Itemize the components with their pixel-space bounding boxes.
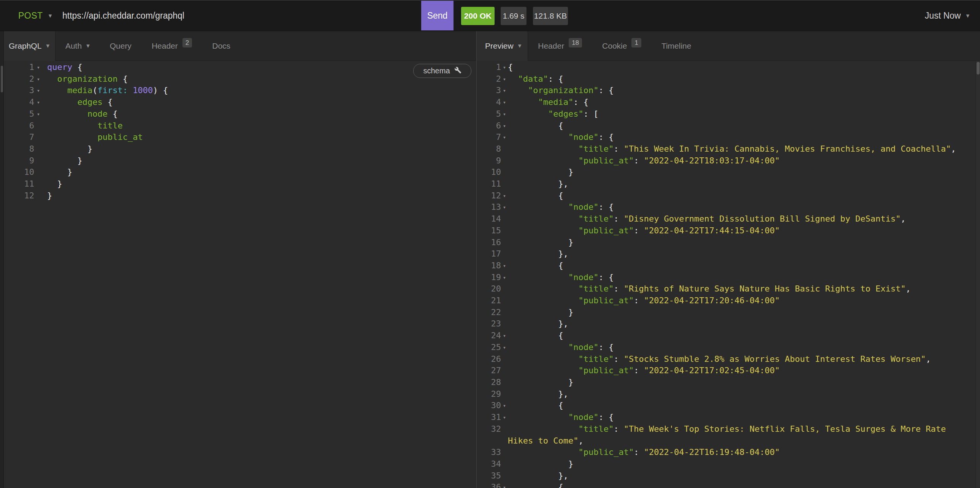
line-number: 26 xyxy=(477,353,501,365)
tab-body-type-graphql[interactable]: GraphQL ▾ xyxy=(4,31,56,60)
code-text[interactable]: }, xyxy=(508,248,980,260)
tab-docs[interactable]: Docs xyxy=(202,31,241,60)
scrollbar-track[interactable] xyxy=(975,61,980,488)
fold-arrow-icon[interactable]: ▾ xyxy=(34,62,43,73)
code-text[interactable]: } xyxy=(508,307,980,318)
tab-cookie[interactable]: Cookie 1 xyxy=(592,31,652,60)
history-dropdown[interactable]: Just Now ▾ xyxy=(925,0,969,31)
tab-preview[interactable]: Preview ▾ xyxy=(477,31,528,60)
line-number: 8 xyxy=(4,143,34,155)
code-text[interactable]: "node": { xyxy=(508,342,980,353)
code-line: 11 }, xyxy=(477,178,980,190)
code-text[interactable]: "title": "Rights of Nature Says Nature H… xyxy=(508,283,980,295)
fold-arrow-icon[interactable]: ▾ xyxy=(501,108,508,120)
code-text[interactable]: } xyxy=(43,155,83,167)
fold-arrow-icon[interactable]: ▾ xyxy=(34,108,43,120)
fold-arrow-icon[interactable]: ▾ xyxy=(501,412,508,423)
fold-arrow-icon[interactable]: ▾ xyxy=(34,73,43,85)
code-text[interactable]: { xyxy=(508,260,980,272)
code-text[interactable]: { xyxy=(508,62,980,73)
fold-arrow-icon[interactable]: ▾ xyxy=(34,97,43,108)
fold-arrow-icon[interactable]: ▾ xyxy=(501,97,508,108)
code-text[interactable]: { xyxy=(508,400,980,412)
fold-arrow-icon[interactable]: ▾ xyxy=(501,482,508,488)
pane-divider[interactable] xyxy=(476,31,477,488)
code-text[interactable]: { xyxy=(508,120,980,132)
response-preview-editor[interactable]: 1▾{2▾ "data": {3▾ "organization": {4▾ "m… xyxy=(477,61,980,488)
code-text[interactable]: } xyxy=(43,167,72,178)
code-text[interactable]: }, xyxy=(508,470,980,482)
code-text[interactable]: "public_at": "2022-04-22T17:02:45-04:00" xyxy=(508,365,980,377)
code-text[interactable]: organization { xyxy=(43,73,128,85)
method-dropdown[interactable]: POST ▾ xyxy=(18,0,52,31)
code-text[interactable]: "title": "Disney Government Dissolution … xyxy=(508,213,980,225)
fold-arrow-icon[interactable]: ▾ xyxy=(501,260,508,272)
fold-arrow-icon[interactable]: ▾ xyxy=(501,330,508,342)
code-text[interactable]: { xyxy=(508,482,980,488)
code-text[interactable]: "media": { xyxy=(508,97,980,108)
send-button[interactable]: Send xyxy=(421,1,453,30)
fold-arrow-icon[interactable]: ▾ xyxy=(501,400,508,412)
code-text[interactable]: } xyxy=(508,377,980,388)
fold-arrow-icon[interactable]: ▾ xyxy=(501,62,508,73)
tab-auth[interactable]: Auth ▾ xyxy=(56,31,100,60)
code-text[interactable]: } xyxy=(508,237,980,248)
code-text[interactable]: public_at xyxy=(43,132,143,143)
graphql-query-editor[interactable]: 1▾query {2▾ organization {3▾ media(first… xyxy=(4,61,476,488)
code-text[interactable]: title xyxy=(43,120,123,132)
code-text[interactable]: "title": "The Week's Top Stories: Netfli… xyxy=(508,423,980,447)
tab-timeline[interactable]: Timeline xyxy=(652,31,702,60)
fold-arrow-icon[interactable]: ▾ xyxy=(501,132,508,143)
code-text[interactable]: query { xyxy=(43,62,83,73)
code-text[interactable]: media(first: 1000) { xyxy=(43,85,168,97)
code-text[interactable]: node { xyxy=(43,108,118,120)
tab-header-response[interactable]: Header 18 xyxy=(528,31,592,60)
code-text[interactable]: { xyxy=(508,190,980,202)
code-text[interactable]: "node": { xyxy=(508,412,980,423)
fold-arrow-icon[interactable]: ▾ xyxy=(501,85,508,97)
code-text[interactable]: } xyxy=(43,143,92,155)
url-input[interactable]: https://api.cheddar.com/graphql xyxy=(62,0,185,31)
fold-arrow-icon[interactable]: ▾ xyxy=(34,85,43,97)
code-text[interactable]: "public_at": "2022-04-22T16:19:48-04:00" xyxy=(508,447,980,458)
tab-label: Auth xyxy=(65,41,82,51)
code-text[interactable]: } xyxy=(43,178,62,190)
fold-arrow-icon[interactable]: ▾ xyxy=(501,73,508,85)
code-text[interactable]: "edges": [ xyxy=(508,108,980,120)
tab-header-request[interactable]: Header 2 xyxy=(142,31,202,60)
code-text[interactable]: { xyxy=(508,330,980,342)
line-number: 17 xyxy=(477,248,501,260)
code-text[interactable]: }, xyxy=(508,388,980,400)
code-text[interactable]: } xyxy=(43,190,52,202)
code-text[interactable]: "public_at": "2022-04-22T18:03:17-04:00" xyxy=(508,155,980,167)
line-number: 31 xyxy=(477,412,501,423)
code-text[interactable]: "data": { xyxy=(508,73,980,85)
code-text[interactable]: "title": "Stocks Stumble 2.8% as Worries… xyxy=(508,353,980,365)
fold-arrow-icon[interactable]: ▾ xyxy=(501,272,508,283)
code-text[interactable]: "title": "This Week In Trivia: Cannabis,… xyxy=(508,143,980,155)
code-text[interactable]: "node": { xyxy=(508,202,980,213)
code-text[interactable]: } xyxy=(508,458,980,470)
tab-query[interactable]: Query xyxy=(100,31,142,60)
fold-arrow-icon[interactable]: ▾ xyxy=(501,202,508,213)
fold-arrow-icon[interactable]: ▾ xyxy=(501,342,508,353)
code-text[interactable]: "public_at": "2022-04-22T17:20:46-04:00" xyxy=(508,295,980,307)
code-text[interactable]: "node": { xyxy=(508,272,980,283)
code-text[interactable]: } xyxy=(508,167,980,178)
code-text[interactable]: }, xyxy=(508,178,980,190)
scrollbar-thumb[interactable] xyxy=(977,62,980,75)
sidebar-collapsed-strip[interactable] xyxy=(0,31,4,488)
tab-label: Query xyxy=(110,41,132,51)
code-line: 5▾ node { xyxy=(4,108,476,120)
code-text[interactable]: }, xyxy=(508,318,980,330)
schema-button[interactable]: schema xyxy=(413,64,471,78)
fold-gutter-spacer xyxy=(501,248,508,260)
code-text[interactable]: "public_at": "2022-04-22T17:44:15-04:00" xyxy=(508,225,980,237)
line-number: 33 xyxy=(477,447,501,458)
code-text[interactable]: "organization": { xyxy=(508,85,980,97)
code-text[interactable]: "node": { xyxy=(508,132,980,143)
fold-arrow-icon[interactable]: ▾ xyxy=(501,190,508,202)
fold-arrow-icon[interactable]: ▾ xyxy=(501,120,508,132)
sidebar-drag-handle[interactable] xyxy=(1,66,3,92)
code-text[interactable]: edges { xyxy=(43,97,113,108)
